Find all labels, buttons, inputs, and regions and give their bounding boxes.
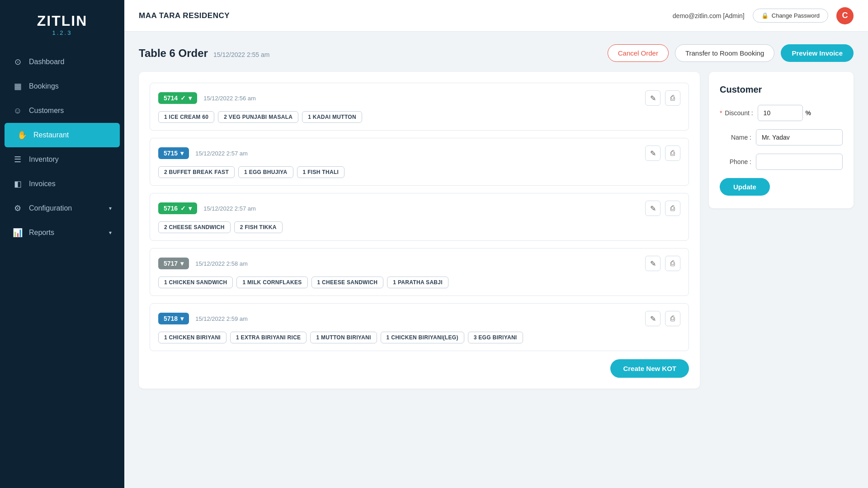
sidebar-item-label: Customers [29, 107, 64, 115]
chevron-down-icon: ▾ [189, 94, 192, 102]
sidebar-item-label: Restaurant [33, 131, 69, 139]
edit-kot-button[interactable]: ✎ [645, 90, 660, 106]
lock-icon: 🔒 [761, 12, 769, 19]
kot-actions: ✎ ⎙ [645, 90, 680, 106]
create-new-kot-button[interactable]: Create New KOT [610, 359, 689, 378]
kot-item-tag: 1 KADAI MUTTON [302, 111, 362, 123]
kot-actions: ✎ ⎙ [645, 256, 680, 271]
kot-item-tag: 1 EGG BHUJIYA [238, 166, 293, 178]
kot-header-left: 5716 ✓ ▾ 15/12/2022 2:57 am [158, 202, 256, 214]
edit-kot-button[interactable]: ✎ [645, 201, 660, 216]
kot-item-tag: 2 VEG PUNJABI MASALA [218, 111, 298, 123]
kot-badge[interactable]: 5715 ▾ [158, 147, 189, 159]
kot-card: 5716 ✓ ▾ 15/12/2022 2:57 am ✎ ⎙ 2 CHEESE… [150, 193, 689, 241]
orders-panel: 5714 ✓ ▾ 15/12/2022 2:56 am ✎ ⎙ 1 ICE CR… [139, 72, 700, 389]
sidebar-item-label: Bookings [29, 82, 59, 90]
create-kot-row: Create New KOT [150, 359, 689, 378]
sidebar-item-label: Inventory [29, 155, 59, 164]
discount-input-wrap: % [758, 105, 843, 121]
update-button[interactable]: Update [720, 178, 770, 196]
print-kot-button[interactable]: ⎙ [665, 90, 680, 106]
kot-time: 15/12/2022 2:57 am [195, 150, 248, 157]
kot-item-tag: 1 CHICKEN BIRIYANI [158, 332, 226, 343]
transfer-button[interactable]: Transfer to Room Booking [675, 44, 775, 62]
logo-text: ZITLIN [14, 13, 111, 29]
print-kot-button[interactable]: ⎙ [665, 311, 680, 326]
checkmark-icon: ✓ [180, 205, 186, 212]
discount-label: * Discount : [720, 109, 753, 117]
customer-title: Customer [720, 84, 843, 95]
inventory-icon: ☰ [13, 155, 23, 164]
chevron-down-icon: ▾ [109, 205, 112, 211]
kot-card: 5717 ▾ 15/12/2022 2:58 am ✎ ⎙ 1 CHICKEN … [150, 248, 689, 296]
kot-badge[interactable]: 5717 ▾ [158, 258, 189, 269]
main-content: MAA TARA RESIDENCY demo@zitlin.com [Admi… [124, 0, 868, 488]
phone-input[interactable] [756, 154, 843, 170]
configuration-icon: ⚙ [13, 203, 23, 213]
preview-invoice-button[interactable]: Preview Invoice [781, 44, 854, 62]
print-kot-button[interactable]: ⎙ [665, 145, 680, 161]
print-kot-button[interactable]: ⎙ [665, 256, 680, 271]
chevron-down-icon: ▾ [109, 230, 112, 236]
sidebar-item-reports[interactable]: 📊 Reports ▾ [0, 221, 124, 245]
edit-kot-button[interactable]: ✎ [645, 256, 660, 271]
checkmark-icon: ✓ [180, 94, 186, 102]
sidebar-item-configuration[interactable]: ⚙ Configuration ▾ [0, 196, 124, 221]
kot-items: 1 CHICKEN BIRIYANI1 EXTRA BIRIYANI RICE1… [158, 332, 680, 343]
kot-badge[interactable]: 5716 ✓ ▾ [158, 202, 197, 214]
kot-item-tag: 1 CHICKEN SANDWICH [158, 277, 233, 288]
sidebar-item-bookings[interactable]: ▦ Bookings [0, 74, 124, 99]
kot-item-tag: 1 CHEESE SANDWICH [311, 277, 384, 288]
kot-time: 15/12/2022 2:59 am [195, 315, 248, 322]
customers-icon: ☺ [13, 106, 23, 116]
restaurant-icon: ✋ [17, 130, 27, 140]
kot-item-tag: 2 BUFFET BREAK FAST [158, 166, 235, 178]
kot-items: 1 ICE CREAM 602 VEG PUNJABI MASALA1 KADA… [158, 111, 680, 123]
sidebar-item-customers[interactable]: ☺ Customers [0, 99, 124, 123]
change-password-button[interactable]: 🔒 Change Password [753, 9, 828, 23]
cancel-order-button[interactable]: Cancel Order [608, 44, 669, 62]
sidebar-item-invoices[interactable]: ◧ Invoices [0, 172, 124, 196]
chevron-down-icon: ▾ [180, 260, 184, 267]
sidebar-item-restaurant[interactable]: ✋ Restaurant [5, 123, 120, 147]
kot-item-tag: 2 FISH TIKKA [234, 221, 283, 233]
sidebar-item-label: Invoices [29, 180, 56, 188]
kot-item-tag: 1 CHICKEN BIRIYANI(LEG) [381, 332, 464, 343]
page-header-left: Table 6 Order 15/12/2022 2:55 am [139, 47, 270, 60]
kot-actions: ✎ ⎙ [645, 145, 680, 161]
kot-card: 5714 ✓ ▾ 15/12/2022 2:56 am ✎ ⎙ 1 ICE CR… [150, 83, 689, 131]
percent-symbol: % [806, 109, 811, 117]
sidebar-nav: ⊙ Dashboard ▦ Bookings ☺ Customers ✋ Res… [0, 45, 124, 249]
kot-time: 15/12/2022 2:56 am [203, 95, 256, 102]
sidebar-item-label: Dashboard [29, 58, 64, 66]
page-area: Table 6 Order 15/12/2022 2:55 am Cancel … [124, 32, 868, 488]
kot-header: 5714 ✓ ▾ 15/12/2022 2:56 am ✎ ⎙ [158, 90, 680, 106]
avatar[interactable]: C [836, 7, 854, 24]
kot-items: 2 CHEESE SANDWICH2 FISH TIKKA [158, 221, 680, 233]
edit-kot-button[interactable]: ✎ [645, 311, 660, 326]
name-input[interactable] [756, 129, 843, 145]
kot-time: 15/12/2022 2:57 am [203, 205, 256, 212]
kot-badge[interactable]: 5718 ▾ [158, 313, 189, 324]
bookings-icon: ▦ [13, 81, 23, 91]
page-header: Table 6 Order 15/12/2022 2:55 am Cancel … [139, 44, 854, 62]
sidebar-item-inventory[interactable]: ☰ Inventory [0, 147, 124, 172]
kot-card: 5715 ▾ 15/12/2022 2:57 am ✎ ⎙ 2 BUFFET B… [150, 138, 689, 186]
sidebar-item-dashboard[interactable]: ⊙ Dashboard [0, 50, 124, 74]
kot-badge[interactable]: 5714 ✓ ▾ [158, 92, 197, 104]
discount-field: * Discount : % [720, 105, 843, 121]
kot-header: 5718 ▾ 15/12/2022 2:59 am ✎ ⎙ [158, 311, 680, 326]
edit-kot-button[interactable]: ✎ [645, 145, 660, 161]
name-field: Name : [720, 129, 843, 145]
logo-version: 1.2.3 [14, 29, 111, 36]
topbar: MAA TARA RESIDENCY demo@zitlin.com [Admi… [124, 0, 868, 32]
chevron-down-icon: ▾ [189, 205, 192, 212]
print-kot-button[interactable]: ⎙ [665, 201, 680, 216]
discount-input[interactable] [758, 105, 803, 121]
kot-items: 2 BUFFET BREAK FAST1 EGG BHUJIYA1 FISH T… [158, 166, 680, 178]
page-title: Table 6 Order [139, 47, 208, 60]
page-header-right: Cancel Order Transfer to Room Booking Pr… [608, 44, 854, 62]
kot-header-left: 5714 ✓ ▾ 15/12/2022 2:56 am [158, 92, 256, 104]
discount-required-marker: * [720, 109, 722, 117]
kot-header: 5716 ✓ ▾ 15/12/2022 2:57 am ✎ ⎙ [158, 201, 680, 216]
